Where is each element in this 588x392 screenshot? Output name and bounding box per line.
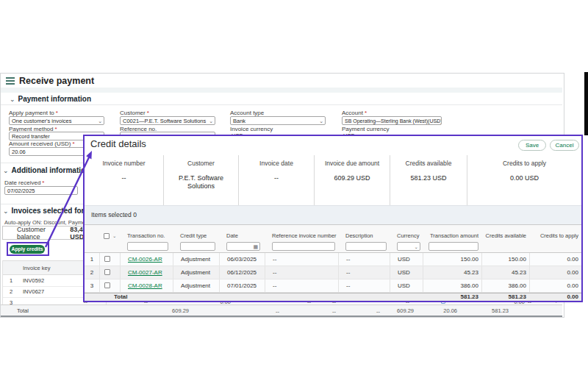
section-payment-information[interactable]: ⌄Payment information <box>10 95 91 103</box>
chevron-down-icon: ⌄ <box>415 243 418 250</box>
amount-filter-input[interactable] <box>429 242 478 251</box>
items-selected-bar: Items selected 0 <box>85 205 581 224</box>
apply-credits-button[interactable]: Apply credits <box>10 245 45 254</box>
transaction-link[interactable]: CM-0026-AR <box>128 256 162 263</box>
screen-edge-artifact <box>584 72 588 135</box>
payment-currency-label: Payment currency <box>342 126 389 132</box>
chevron-down-icon: ⌄ <box>319 118 323 124</box>
chevron-down-icon[interactable]: ⌄ <box>112 233 116 239</box>
account-type-label: Account type <box>230 110 264 116</box>
description-filter-input[interactable] <box>345 242 387 251</box>
credit-type-filter-input[interactable] <box>180 242 215 251</box>
chevron-down-icon: ⌄ <box>435 118 440 124</box>
credit-summary: Invoice number -- Customer P.E.T. Softwa… <box>85 155 581 205</box>
transaction-link[interactable]: CM-0027-AR <box>128 269 162 276</box>
customer-label: Customer* <box>120 110 149 116</box>
summary-value: 609.29 USD <box>315 174 390 182</box>
credit-details-title: Credit details <box>90 138 146 149</box>
summary-label: Credits available <box>390 160 467 167</box>
customer-select[interactable]: C0021—P.E.T. Software Solutions⌄ <box>120 116 215 125</box>
transaction-filter-input[interactable] <box>127 242 168 251</box>
row-checkbox[interactable] <box>104 269 110 275</box>
hamburger-menu-icon[interactable] <box>6 77 15 86</box>
account-label: Account* <box>342 110 367 116</box>
account-type-select[interactable]: Bank⌄ <box>230 116 326 125</box>
header-band <box>1 88 562 93</box>
page-bottom-edge <box>1 316 562 317</box>
total-payment-amount: 20.06 <box>431 307 457 314</box>
credit-row: 2 CM-0027-AR Adjustment 06/12/2025 -- --… <box>85 266 581 279</box>
save-button[interactable]: Save <box>518 140 546 151</box>
section-additional-information[interactable]: ⌄Additional information <box>3 166 90 174</box>
total-credits: 581.23 <box>482 307 509 314</box>
credits-total-row: Total 581.23 581.23 0.00 <box>85 293 581 301</box>
date-filter-input[interactable]: ▦ <box>226 242 260 251</box>
date-received-label: Date received* <box>4 179 44 186</box>
currency-filter-select[interactable]: ⌄ <box>397 242 420 251</box>
credit-row: 3 CM-0028-AR Adjustment 07/01/2025 -- --… <box>85 279 581 293</box>
summary-label: Credits to apply <box>467 160 581 167</box>
credits-table-header: ⌄ Transaction no. Credit type Date Refer… <box>85 224 581 253</box>
customer-balance-label: Customer balance <box>17 226 66 240</box>
summary-value: P.E.T. Software Solutions <box>164 174 238 190</box>
summary-label: Invoice date <box>239 160 314 167</box>
summary-value: -- <box>85 174 163 182</box>
chevron-down-icon: ⌄ <box>209 118 213 124</box>
select-all-checkbox[interactable] <box>104 233 110 239</box>
row-checkbox[interactable] <box>104 282 110 288</box>
summary-label: Invoice number <box>85 160 163 167</box>
row-checkbox[interactable] <box>104 256 110 262</box>
chevron-down-icon: ⌄ <box>3 167 9 174</box>
cancel-button[interactable]: Cancel <box>550 140 579 151</box>
summary-value: -- <box>239 174 314 182</box>
transaction-link[interactable]: CM-0028-AR <box>128 282 162 289</box>
reference-filter-input[interactable] <box>272 242 335 251</box>
summary-value: 581.23 USD <box>390 174 467 182</box>
invoice-currency-label: Invoice currency <box>230 126 273 132</box>
date-received-input[interactable]: 07/02/2025 <box>4 186 78 195</box>
chevron-down-icon: ⌄ <box>10 96 15 103</box>
page-title: Receive payment <box>19 76 94 86</box>
calendar-icon[interactable]: ▦ <box>253 243 258 250</box>
credit-details-panel: Credit details Save Cancel Invoice numbe… <box>83 135 583 302</box>
total-due-amount: 609.29 <box>387 307 414 314</box>
chevron-down-icon: ⌄ <box>98 118 102 124</box>
apply-payment-to-label: Apply payment to* <box>9 110 58 116</box>
summary-label: Customer <box>164 160 238 167</box>
apply-payment-to-select[interactable]: One customer's invoices⌄ <box>9 116 104 125</box>
summary-label: Invoice due amount <box>315 160 390 167</box>
total-label: Total <box>17 307 29 314</box>
summary-value: 0.00 USD <box>467 174 581 182</box>
account-select[interactable]: SB Operating—Sterling Bank (West)(USD)⌄ <box>342 116 442 125</box>
screenshot-root: Receive payment ⌄Payment information App… <box>0 0 588 392</box>
credit-row: 1 CM-0026-AR Adjustment 06/03/2025 -- --… <box>85 253 581 266</box>
total-invoice-due: 609.29 <box>162 307 189 314</box>
chevron-down-icon: ⌄ <box>3 207 9 215</box>
amount-received-label: Amount received (USD)* <box>9 140 75 147</box>
